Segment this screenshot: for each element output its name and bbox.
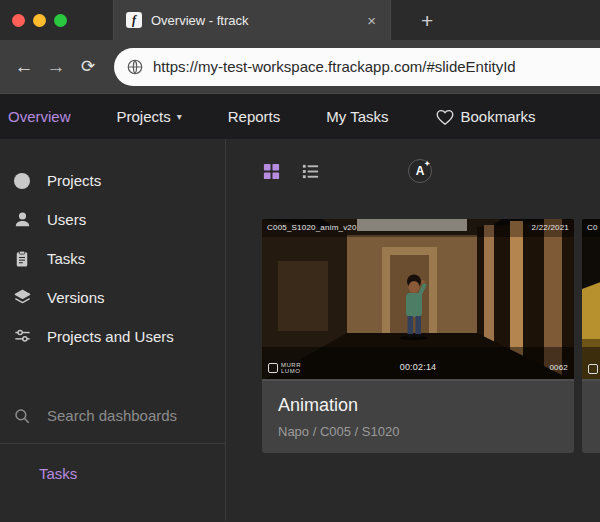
layers-icon (12, 288, 32, 307)
overlay-date: 2/22/2021 (532, 223, 569, 232)
thumbnail-scene (262, 219, 574, 381)
thumbnail-scrubber[interactable] (262, 379, 574, 381)
sidebar: Projects Users (0, 139, 226, 521)
clipboard-icon (12, 250, 32, 268)
card-text: Animation Napo / C005 / S1020 (262, 381, 574, 453)
main-content: A ✦ (226, 139, 600, 521)
circle-icon (12, 173, 32, 189)
minimize-window-button[interactable] (33, 14, 46, 27)
thumbnail-scrubber[interactable] (582, 379, 600, 381)
view-toggle-row: A ✦ (262, 159, 600, 183)
overlay-version-name: C005_S1020_anim_v20 (267, 223, 357, 232)
forward-button[interactable]: → (40, 56, 72, 78)
nav-item-my-tasks[interactable]: My Tasks (326, 108, 388, 125)
url-bar[interactable]: https://my-test-workspace.ftrackapp.com/… (114, 48, 600, 86)
chevron-down-icon: ▾ (177, 111, 182, 122)
app-nav-bar: Overview Projects ▾ Reports My Tasks Boo… (0, 94, 600, 139)
heart-icon (435, 108, 455, 126)
search-dashboards-input[interactable]: Search dashboards (0, 396, 225, 435)
search-icon (12, 407, 32, 425)
sidebar-item-tasks-active[interactable]: Tasks (0, 454, 225, 493)
search-placeholder: Search dashboards (47, 407, 177, 424)
zoom-window-button[interactable] (54, 14, 67, 27)
sparkle-icon: ✦ (424, 160, 430, 168)
browser-tab[interactable]: f Overview - ftrack × (113, 0, 391, 40)
studio-logo-icon (588, 364, 598, 374)
sidebar-item-tasks[interactable]: Tasks (0, 239, 225, 278)
version-thumbnail[interactable]: C005_S1020_anim_v20 2/22/2021 MURR LUMO … (262, 219, 574, 381)
overlay-timecode: 00:02:14 (400, 362, 437, 372)
sidebar-item-users[interactable]: Users (0, 200, 225, 239)
sidebar-item-projects-and-users[interactable]: Projects and Users (0, 317, 225, 356)
browser-titlebar: f Overview - ftrack × + (0, 0, 600, 40)
version-card-partial[interactable]: C0 (582, 219, 600, 453)
overlay-version-name: C0 (587, 223, 598, 232)
sidebar-item-versions[interactable]: Versions (0, 278, 225, 317)
sliders-icon (12, 327, 32, 346)
studio-logo: MURR LUMO (268, 362, 301, 374)
site-globe-icon (126, 58, 144, 76)
user-icon (12, 210, 32, 229)
url-text: https://my-test-workspace.ftrackapp.com/… (153, 58, 516, 75)
nav-item-reports[interactable]: Reports (228, 108, 281, 125)
card-text (582, 381, 600, 409)
studio-logo-icon (268, 363, 278, 373)
nav-item-bookmarks[interactable]: Bookmarks (435, 108, 536, 126)
cards-row: C005_S1020_anim_v20 2/22/2021 MURR LUMO … (262, 219, 600, 453)
list-view-button[interactable] (301, 162, 320, 181)
close-window-button[interactable] (12, 14, 25, 27)
nav-item-projects[interactable]: Projects ▾ (117, 108, 182, 125)
card-title: Animation (278, 395, 558, 416)
page-body: Projects Users (0, 139, 600, 521)
nav-item-overview[interactable]: Overview (8, 108, 71, 125)
studio-logo (588, 364, 598, 374)
tab-close-icon[interactable]: × (365, 12, 378, 29)
ftrack-favicon-icon: f (126, 12, 142, 28)
version-card-animation[interactable]: C005_S1020_anim_v20 2/22/2021 MURR LUMO … (262, 219, 574, 453)
grid-view-button[interactable] (262, 162, 281, 181)
card-subtitle: Napo / C005 / S1020 (278, 424, 558, 439)
thumbnail-scene (582, 219, 600, 381)
tab-title: Overview - ftrack (151, 13, 356, 28)
sidebar-divider (0, 443, 225, 444)
version-thumbnail[interactable]: C0 (582, 219, 600, 381)
sidebar-item-projects[interactable]: Projects (0, 161, 225, 200)
browser-toolbar: ← → ⟳ https://my-test-workspace.ftrackap… (0, 40, 600, 94)
traffic-lights (0, 0, 81, 40)
back-button[interactable]: ← (8, 56, 40, 78)
new-tab-button[interactable]: + (421, 10, 433, 31)
assignee-filter-badge[interactable]: A ✦ (408, 159, 432, 183)
overlay-frame-number: 0062 (549, 363, 568, 372)
reload-button[interactable]: ⟳ (72, 56, 104, 77)
